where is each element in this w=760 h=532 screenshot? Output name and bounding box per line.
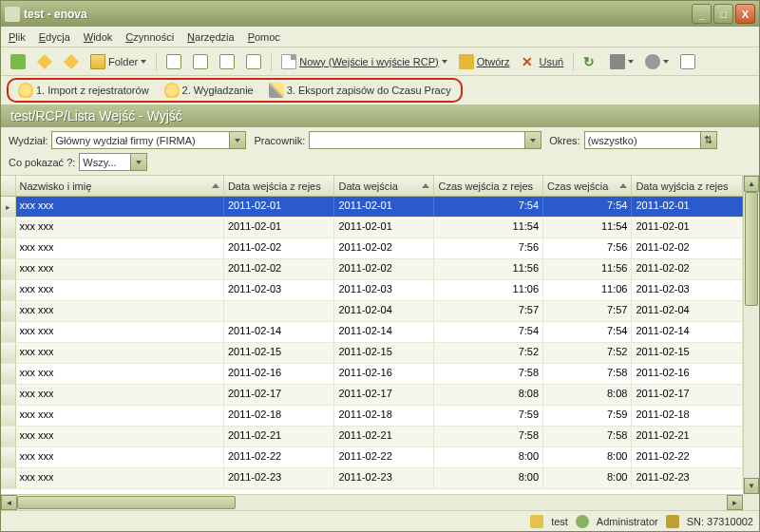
scroll-down-button[interactable]: ▼ (744, 478, 759, 494)
table-row[interactable]: xxx xxx2011-02-172011-02-178:088:082011-… (1, 385, 743, 406)
grid-cell[interactable]: 2011-02-01 (224, 218, 335, 238)
data-grid[interactable]: Nazwisko i imięData wejścia z rejesData … (1, 176, 743, 494)
grid-cell[interactable]: 2011-02-21 (632, 427, 743, 446)
grid-cell[interactable]: 11:56 (543, 259, 632, 279)
grid-cell[interactable]: 2011-02-02 (632, 238, 743, 258)
grid-cell[interactable]: 2011-02-17 (334, 385, 434, 405)
new-button[interactable]: Nowy (Wejście i wyjście RCP) (277, 52, 450, 71)
column-header[interactable]: Czas wejścia z rejes (434, 176, 543, 196)
grid-cell[interactable]: 11:06 (434, 280, 543, 300)
nav-up-button[interactable] (7, 52, 29, 71)
grid-cell[interactable]: 7:52 (543, 343, 632, 363)
table-row[interactable]: xxx xxx2011-02-182011-02-187:597:592011-… (1, 406, 743, 427)
view-list-button[interactable] (242, 52, 265, 71)
column-header[interactable]: Data wejścia z rejes (224, 176, 335, 196)
grid-cell[interactable]: 2011-02-01 (334, 218, 434, 238)
scroll-right-button[interactable]: ► (727, 495, 743, 510)
scroll-track[interactable] (744, 192, 759, 478)
grid-cell[interactable]: 8:00 (543, 447, 632, 467)
spinner-button[interactable]: ⇅ (700, 132, 716, 148)
minimize-button[interactable]: _ (692, 4, 712, 24)
grid-cell[interactable]: 8:00 (543, 468, 632, 488)
column-header[interactable]: Data wejścia (334, 176, 434, 196)
dropdown-button[interactable] (229, 132, 245, 148)
grid-cell[interactable]: 2011-02-23 (224, 468, 335, 488)
grid-cell[interactable]: 2011-02-03 (632, 280, 743, 300)
table-row[interactable]: xxx xxx2011-02-152011-02-157:527:522011-… (1, 343, 743, 364)
dropdown-button[interactable] (524, 132, 541, 148)
grid-cell[interactable]: 7:59 (434, 406, 543, 426)
scroll-thumb[interactable] (17, 496, 236, 509)
grid-cell[interactable]: 2011-02-02 (632, 259, 743, 279)
grid-cell[interactable]: 2011-02-22 (334, 447, 434, 467)
grid-cell[interactable]: 7:52 (434, 343, 543, 363)
grid-cell[interactable]: 2011-02-16 (334, 364, 434, 384)
nav-forward-button[interactable] (60, 52, 83, 71)
vertical-scrollbar[interactable]: ▲ ▼ (743, 176, 759, 494)
grid-cell[interactable]: 2011-02-16 (224, 364, 335, 384)
grid-cell[interactable]: 8:08 (434, 385, 543, 405)
table-row[interactable]: xxx xxx2011-02-142011-02-147:547:542011-… (1, 322, 743, 343)
window-button[interactable] (676, 52, 699, 71)
field-copokazac[interactable]: Wszy... (79, 153, 147, 171)
dropdown-button[interactable] (130, 154, 146, 170)
table-row[interactable]: xxx xxx2011-02-012011-02-0111:5411:54201… (1, 218, 743, 238)
grid-cell[interactable]: 7:57 (543, 301, 632, 321)
grid-cell[interactable]: 2011-02-01 (224, 197, 335, 217)
close-button[interactable]: X (735, 4, 755, 24)
table-row[interactable]: xxx xxx2011-02-162011-02-167:587:582011-… (1, 364, 743, 385)
grid-cell[interactable]: 2011-02-18 (632, 406, 743, 426)
grid-cell[interactable]: 11:06 (543, 280, 632, 300)
delete-button[interactable]: ✕Usuń (518, 52, 568, 71)
grid-cell[interactable]: 2011-02-02 (334, 259, 434, 279)
scroll-track[interactable] (17, 495, 727, 510)
scroll-up-button[interactable]: ▲ (744, 176, 759, 192)
horizontal-scrollbar[interactable]: ◄ ► (1, 494, 743, 510)
open-button[interactable]: Otwórz (455, 52, 514, 71)
print-dropdown[interactable] (606, 52, 637, 71)
table-row[interactable]: xxx xxx2011-02-022011-02-027:567:562011-… (1, 238, 743, 259)
grid-cell[interactable]: 8:00 (434, 468, 543, 488)
grid-cell[interactable]: 7:58 (434, 427, 543, 446)
titlebar[interactable]: test - enova _ □ X (1, 1, 759, 27)
grid-cell[interactable]: 2011-02-14 (334, 322, 434, 342)
grid-cell[interactable]: xxx xxx (16, 364, 224, 384)
grid-cell[interactable]: xxx xxx (16, 238, 224, 258)
folder-dropdown[interactable]: Folder (86, 52, 150, 71)
grid-cell[interactable]: 2011-02-14 (632, 322, 743, 342)
menu-plik[interactable]: Plik (9, 31, 26, 43)
grid-cell[interactable]: 2011-02-02 (224, 238, 335, 258)
grid-cell[interactable]: 7:56 (543, 238, 632, 258)
grid-cell[interactable]: xxx xxx (16, 343, 224, 363)
menu-widok[interactable]: Widok (84, 31, 113, 43)
settings-dropdown[interactable] (641, 52, 673, 71)
grid-cell[interactable]: 11:54 (434, 218, 543, 238)
field-pracownik[interactable] (309, 131, 542, 149)
smooth-button[interactable]: 2. Wygładzanie (161, 81, 257, 100)
table-row[interactable]: xxx xxx2011-02-212011-02-217:587:582011-… (1, 427, 743, 447)
grid-cell[interactable]: 2011-02-15 (224, 343, 335, 363)
grid-cell[interactable]: 2011-02-01 (632, 197, 743, 217)
table-row[interactable]: xxx xxx2011-02-047:577:572011-02-04 (1, 301, 743, 322)
grid-cell[interactable]: xxx xxx (16, 197, 224, 217)
table-row[interactable]: ▸xxx xxx2011-02-012011-02-017:547:542011… (1, 197, 743, 218)
grid-cell[interactable]: xxx xxx (16, 322, 224, 342)
grid-cell[interactable]: xxx xxx (16, 218, 224, 238)
grid-cell[interactable]: 11:54 (543, 218, 632, 238)
grid-cell[interactable]: 8:00 (434, 447, 543, 467)
grid-cell[interactable]: xxx xxx (16, 447, 224, 467)
grid-cell[interactable]: 2011-02-21 (334, 427, 434, 446)
menu-narzedzia[interactable]: Narzędzia (187, 31, 235, 43)
grid-cell[interactable]: 7:58 (434, 364, 543, 384)
grid-cell[interactable]: 2011-02-04 (334, 301, 434, 321)
view-grid-button[interactable] (162, 52, 185, 71)
refresh-button[interactable]: ↻ (580, 52, 602, 71)
grid-cell[interactable]: 7:54 (543, 197, 632, 217)
grid-cell[interactable]: 2011-02-18 (224, 406, 335, 426)
grid-cell[interactable]: 2011-02-18 (334, 406, 434, 426)
grid-cell[interactable]: 2011-02-02 (334, 238, 434, 258)
grid-cell[interactable]: 7:54 (434, 322, 543, 342)
table-row[interactable]: xxx xxx2011-02-222011-02-228:008:002011-… (1, 447, 743, 468)
grid-cell[interactable]: 2011-02-15 (334, 343, 434, 363)
grid-cell[interactable]: 2011-02-01 (334, 197, 434, 217)
